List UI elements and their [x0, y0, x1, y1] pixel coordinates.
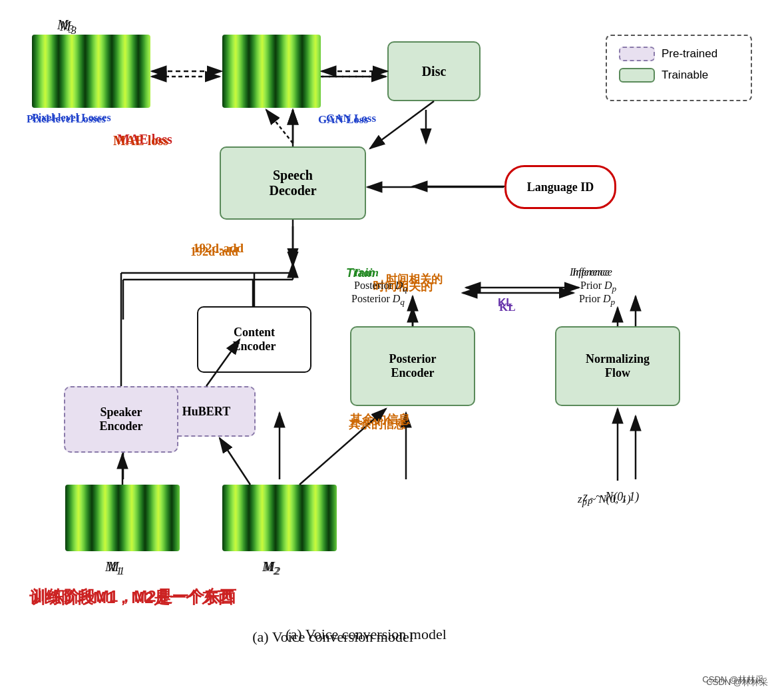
time-related-text: 时间相关的 [386, 272, 443, 287]
speech-decoder-box: SpeechDecoder [220, 146, 366, 220]
caption-text: (a) Voice conversion model [33, 628, 632, 646]
speaker-encoder-box: SpeakerEncoder [64, 386, 178, 453]
kl-text: KL [499, 301, 516, 314]
training-stage-text: 训练阶段M1，M2是一个东西 [29, 587, 234, 608]
prior-dp-text: Prior Dp [579, 293, 615, 308]
speech-decoder-label: SpeechDecoder [269, 168, 316, 198]
m2-text: M2 [262, 559, 279, 578]
prior-dp-label: Prior Dp [580, 280, 616, 294]
legend-pretrained: Pre-trained [619, 47, 739, 61]
diagram-container: Disc SpeechDecoder Language ID ContentEn… [0, 0, 784, 699]
posterior-encoder-box: PosteriorEncoder [350, 326, 475, 406]
spectrogram-m3-right [222, 35, 321, 108]
trainable-swatch [619, 68, 655, 83]
m1-text: M1 [105, 559, 122, 578]
content-encoder-label: ContentEncoder [233, 326, 276, 353]
watermark-text: CSDN @林林采 [706, 676, 768, 688]
gan-loss-text: GAN Loss [318, 113, 368, 126]
inference-text: Inference [570, 266, 610, 278]
content-encoder-box: ContentEncoder [197, 306, 311, 373]
svg-line-29 [370, 101, 434, 148]
zp-text: zp ~ N(0, 1) [578, 493, 631, 508]
dim-add-text: 192d-add [190, 245, 238, 259]
mae-loss-text: MAE loss [113, 133, 168, 148]
language-id-box: Language ID [504, 165, 616, 209]
train-text: Train [353, 266, 379, 280]
hubert-label: HuBERT [182, 405, 230, 419]
m3-text: M3 [57, 17, 74, 36]
trainable-label: Trainable [662, 69, 708, 82]
spectrogram-m3-left [32, 35, 150, 108]
spectrogram-m1 [65, 485, 180, 551]
legend-trainable: Trainable [619, 68, 739, 83]
svg-line-39 [220, 438, 250, 485]
pixel-level-losses-text: Pixel-level Losses [27, 113, 106, 125]
speaker-encoder-label: SpeakerEncoder [100, 405, 143, 433]
normalizing-flow-box: NormalizingFlow [555, 326, 680, 406]
legend-box: Pre-trained Trainable [606, 35, 752, 101]
posterior-dq-text: Posterior Dq [351, 293, 405, 308]
language-id-label: Language ID [527, 180, 594, 194]
disc-label: Disc [422, 64, 447, 79]
pretrained-label: Pre-trained [662, 47, 717, 61]
normalizing-flow-label: NormalizingFlow [586, 352, 650, 380]
posterior-encoder-label: PosteriorEncoder [389, 352, 437, 380]
remaining-info-text: 其余的信息 [349, 417, 405, 432]
spectrogram-m2 [222, 485, 337, 551]
svg-line-24 [266, 110, 293, 143]
pretrained-swatch [619, 47, 655, 61]
disc-box: Disc [387, 41, 481, 101]
